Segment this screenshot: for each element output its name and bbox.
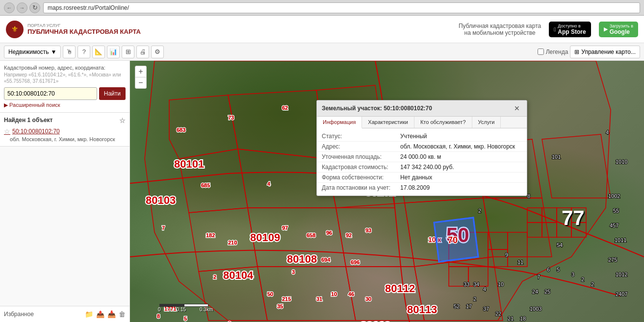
back-button[interactable]: ←: [4, 2, 15, 13]
app-store-button[interactable]:  Доступно в App Store: [549, 22, 591, 37]
results-area: Найден 1 объект ☆ ☆ 50:10:0080102:70 обл…: [0, 113, 129, 147]
popup-val-status: Учтенный: [400, 133, 427, 140]
header-subtitle: Портал услуг: [27, 23, 141, 28]
svg-text:33: 33: [464, 281, 469, 287]
svg-text:275: 275: [608, 257, 617, 263]
svg-text:7: 7: [162, 225, 165, 231]
svg-text:2: 2: [478, 208, 481, 214]
forward-button[interactable]: →: [17, 2, 27, 13]
svg-text:52: 52: [454, 303, 460, 309]
svg-text:80104: 80104: [223, 269, 254, 281]
favorites-import-icon[interactable]: 📥: [107, 310, 116, 318]
popup-tabs: Информация Характеристики Кто обслуживае…: [317, 117, 527, 128]
svg-text:1002: 1002: [608, 193, 620, 199]
main-layout: Кадастровый номер, адрес, координата: На…: [0, 61, 644, 322]
settings-tool[interactable]: ⚙: [151, 46, 164, 58]
svg-text:18: 18: [520, 316, 526, 322]
svg-text:182: 182: [206, 232, 215, 238]
results-favorite-icon[interactable]: ☆: [119, 117, 126, 124]
svg-text:31: 31: [316, 296, 322, 302]
popup-close-button[interactable]: ✕: [512, 103, 522, 113]
cursor-tool[interactable]: 🖱: [63, 46, 76, 58]
manage-map-button[interactable]: ⊞ Управление карто...: [570, 46, 640, 58]
svg-marker-9: [189, 208, 258, 272]
favorites-area: Избранное 📁 📤 📥 🗑: [0, 306, 129, 322]
search-hint: Например «61:6.10104:12», «61:6.*», «Мос…: [4, 72, 126, 84]
favorites-export-icon[interactable]: 📤: [96, 310, 104, 318]
svg-text:2: 2: [213, 274, 216, 280]
svg-marker-14: [542, 134, 611, 198]
svg-text:101: 101: [552, 154, 561, 160]
search-row: Найти: [4, 87, 126, 100]
search-area: Кадастровый номер, адрес, координата: На…: [0, 61, 129, 113]
svg-text:35: 35: [277, 303, 283, 309]
favorites-delete-icon[interactable]: 🗑: [119, 310, 126, 318]
search-input[interactable]: [4, 87, 97, 100]
popup-header: Земельный участок: 50:10:0080102:70 ✕: [317, 100, 527, 117]
svg-text:54: 54: [557, 242, 563, 248]
svg-text:1012: 1012: [616, 272, 627, 277]
svg-text:37: 37: [483, 306, 489, 312]
svg-text:3: 3: [292, 269, 295, 275]
advanced-search-link[interactable]: Расширенный поиск: [4, 102, 126, 108]
svg-text:4: 4: [483, 286, 486, 292]
svg-text:24: 24: [532, 289, 538, 295]
svg-text:1003: 1003: [530, 306, 541, 312]
question-tool[interactable]: ?: [77, 46, 90, 58]
legend-checkbox[interactable]: [538, 49, 544, 55]
svg-text:2: 2: [581, 276, 584, 282]
zoom-in-button[interactable]: +: [135, 66, 146, 77]
address-bar[interactable]: maps.rosreestr.ru/PortalOnline/: [43, 2, 640, 13]
svg-text:30: 30: [365, 296, 371, 302]
svg-text:3: 3: [571, 272, 574, 277]
svg-text:77: 77: [562, 206, 585, 229]
svg-text:80103: 80103: [146, 194, 176, 206]
svg-text:80113: 80113: [407, 303, 437, 316]
svg-rect-22: [488, 232, 508, 249]
info-popup: Земельный участок: 50:10:0080102:70 ✕ Ин…: [316, 100, 527, 196]
svg-text:4: 4: [267, 181, 271, 187]
result-star-icon[interactable]: ☆: [4, 127, 10, 135]
result-link[interactable]: ☆ 50:10:0080102:70: [4, 127, 126, 135]
reload-button[interactable]: ↻: [29, 2, 40, 13]
search-button[interactable]: Найти: [99, 87, 126, 100]
svg-text:97: 97: [282, 225, 288, 231]
svg-rect-27: [527, 223, 542, 237]
header-right: Публичная кадастровая карта на мобильном…: [459, 22, 638, 37]
google-play-button[interactable]: ▶ Загрузить в Google: [599, 22, 638, 37]
result-address: обл. Московская, г. Химки, мкр. Новогорс…: [10, 136, 126, 142]
favorites-add-icon[interactable]: 📁: [85, 310, 93, 318]
category-dropdown[interactable]: Недвижимость ▼: [4, 46, 61, 58]
svg-text:80110: 80110: [361, 320, 390, 322]
svg-text:92: 92: [346, 232, 352, 238]
popup-key-area: Уточненная площадь:: [322, 153, 400, 160]
grid-tool[interactable]: ⊞: [122, 46, 134, 58]
svg-text:215: 215: [282, 296, 291, 302]
popup-key-status: Статус:: [322, 133, 400, 140]
popup-row-ownership: Форма собственности: Нет данных: [317, 173, 527, 183]
chart-tool[interactable]: 📊: [107, 46, 120, 58]
zoom-controls: + −: [135, 66, 147, 89]
print-tool[interactable]: 🖨: [136, 46, 149, 58]
popup-tab-services[interactable]: Услуги: [472, 117, 501, 128]
popup-tab-service[interactable]: Кто обслуживает?: [414, 117, 472, 128]
svg-text:6: 6: [547, 267, 550, 272]
svg-text:2: 2: [591, 281, 594, 287]
map-area[interactable]: 683 683 73 73 62 62 57 57 685 685 4 4 11…: [130, 61, 644, 322]
result-item: ☆ 50:10:0080102:70 обл. Московская, г. Х…: [4, 127, 126, 142]
popup-val-ownership: Нет данных: [400, 174, 432, 181]
svg-text:210: 210: [228, 240, 237, 246]
popup-key-address: Адрес:: [322, 143, 400, 150]
popup-tab-characteristics[interactable]: Характеристики: [362, 117, 414, 128]
svg-text:4: 4: [606, 129, 609, 135]
svg-text:7: 7: [537, 274, 540, 280]
svg-text:17: 17: [466, 303, 472, 309]
measure-tool[interactable]: 📐: [92, 46, 105, 58]
popup-key-value: Кадастровая стоимость:: [322, 164, 400, 171]
zoom-out-button[interactable]: −: [135, 77, 146, 88]
popup-row-date: Дата постановки на учет: 17.08.2009: [317, 183, 527, 193]
toolbar: Недвижимость ▼ 🖱 ? 📐 📊 ⊞ 🖨 ⚙ Легенда ⊞ У…: [0, 43, 644, 61]
svg-text:80108: 80108: [287, 253, 317, 265]
popup-tab-info[interactable]: Информация: [317, 117, 362, 128]
popup-row-address: Адрес: обл. Московская, г. Химки, мкр. Н…: [317, 142, 527, 152]
